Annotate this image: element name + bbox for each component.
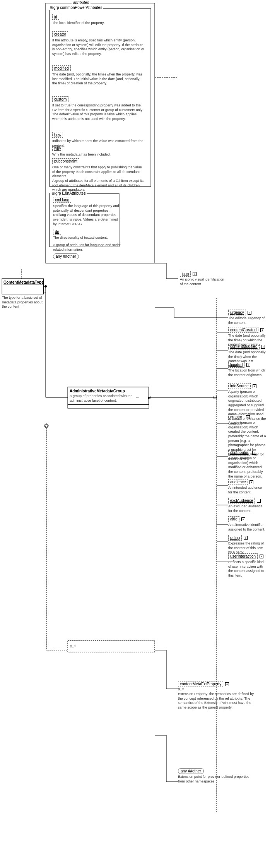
content-metadata-type-name: ContentMetadataType: [3, 280, 42, 284]
content-meta-ext-desc: Extension Property: the semantics are de…: [178, 692, 255, 710]
located-desc: The location from which the content orig…: [228, 368, 267, 377]
rating-plus-box: +: [244, 536, 248, 540]
any-other-bottom-element: any ##other Extension point for provider…: [178, 768, 255, 784]
any-other-bottom-box: any ##other: [178, 768, 204, 774]
icon-elem-box: icon: [180, 271, 191, 277]
excl-audience-plus-box: +: [257, 499, 261, 503]
any-other-attrs-box: any ##other: [53, 253, 79, 259]
audience-element: audience + An intended audience for the …: [228, 479, 267, 495]
id-desc: The local identifier of the property.: [52, 21, 104, 26]
custom-element: custom If set to true the corresponding …: [52, 96, 145, 122]
creator-common-desc: If the attribute is empty, specifies whi…: [52, 38, 145, 56]
creator-common-element: creator If the attribute is empty, speci…: [52, 31, 145, 56]
content-meta-ext-prop-element: contentMetaExtProperty + 0..∞ Extension …: [178, 681, 255, 710]
excl-audience-elem-box: exclAudience: [228, 498, 255, 503]
admin-metadata-group-desc: A group of properties associated with th…: [70, 394, 147, 403]
urgency-desc: The editorial urgency of the content.: [228, 316, 267, 325]
content-created-plus-box: +: [260, 328, 264, 332]
left-connector-dot: [45, 424, 48, 427]
user-interaction-elem-box: userInteraction: [228, 553, 258, 559]
contributor-element: contributor + A party (person or organis…: [228, 450, 267, 479]
why-elem-box: why: [52, 146, 63, 151]
content-metadata-type-box: ContentMetadataType: [2, 279, 44, 294]
xmllang-elem-box: xml:lang: [53, 197, 71, 203]
alt-id-elem-box: altId: [228, 516, 239, 522]
common-power-attributes-label: ⊞grp commonPowerAttributes: [48, 5, 103, 10]
why-element: why Why the metadata has been included.: [52, 145, 111, 157]
id-element: id The local identifier of the property.: [52, 14, 104, 26]
admin-right-arrow: ►: [147, 395, 151, 400]
pubconstraint-desc: One or many constraints that apply to pu…: [52, 165, 145, 179]
user-interaction-plus-box: +: [260, 555, 263, 558]
dir-elem-box: dir: [53, 229, 61, 235]
custom-elem-box: custom: [52, 96, 68, 102]
bottom-dashed-container: 0..∞: [68, 640, 155, 652]
audience-plus-box: +: [249, 480, 253, 484]
rating-element: rating + Expresses the rating of the con…: [228, 535, 267, 555]
creator-right-plus-box: +: [246, 415, 250, 419]
content-meta-ext-prop-elem-box: contentMetaExtProperty: [178, 681, 223, 687]
any-other-attrs: any ##other: [53, 253, 79, 259]
content-metadata-type-desc: The type for a basic set of metadata pro…: [2, 295, 44, 309]
icon-desc: An iconic visual identification of the c…: [180, 277, 226, 286]
urgency-elem-box: urgency: [228, 310, 246, 315]
icon-element: icon + An iconic visual identification o…: [180, 271, 226, 286]
user-interaction-desc: Reflects a specific kind of user interac…: [228, 560, 267, 578]
alt-id-element: altId + An alternative identifier assign…: [228, 516, 267, 532]
audience-desc: An intended audience for the content.: [228, 486, 267, 495]
content-meta-ext-plus-box: +: [225, 682, 229, 686]
common-group-desc: A group of attributes for all elements o…: [52, 178, 145, 192]
content-meta-ext-cardinality: 0..∞: [178, 687, 255, 691]
diagram: attributes ⊞grp commonPowerAttributes id…: [0, 0, 270, 868]
modified-element: modified The date (and, optionally, the …: [52, 65, 145, 86]
content-modified-elem-box: contentModified: [228, 344, 260, 349]
located-element: located + The location from which the co…: [228, 362, 267, 377]
creator-right-elem-box: creator: [228, 414, 244, 420]
excl-audience-desc: An excluded audience for the content.: [228, 504, 267, 513]
modified-elem-box: modified: [52, 65, 71, 71]
info-source-plus-box: +: [253, 384, 256, 388]
info-source-elem-box: infoSource: [228, 383, 251, 389]
content-modified-plus-box: +: [261, 345, 265, 349]
alt-id-desc: An alternative identifier assigned to th…: [228, 523, 267, 532]
xmllang-desc: Specifies the language of this property …: [53, 204, 121, 226]
located-elem-box: located: [228, 362, 244, 368]
dir-desc: The directionality of textual content.: [53, 236, 108, 240]
located-plus-box: +: [246, 363, 250, 367]
user-interaction-element: userInteraction + Reflects a specific ki…: [228, 553, 267, 578]
pubconstraint-elem-box: pubconstraint: [52, 158, 79, 164]
excl-audience-element: exclAudience + An excluded audience for …: [228, 498, 267, 513]
urgency-plus-box: +: [248, 311, 251, 315]
svg-point-33: [44, 285, 47, 288]
i18n-attributes-label: ⊞grp i18nAttributes: [50, 191, 87, 195]
contributor-desc: A party (person or organisation) which m…: [228, 456, 267, 479]
pubconstraint-element: pubconstraint One or many constraints th…: [52, 158, 145, 179]
why-desc: Why the metadata has been included.: [52, 152, 111, 157]
admin-metadata-group-name: AdministrativeMetadataGroup: [70, 389, 147, 393]
rating-elem-box: rating: [228, 535, 242, 541]
admin-dots: ···: [136, 395, 139, 400]
id-elem-box: id: [52, 14, 59, 20]
custom-desc: If set to true the corresponding propert…: [52, 103, 145, 122]
rating-desc: Expresses the rating of the content of t…: [228, 541, 267, 555]
i18n-group-desc: A group of attributes for language and s…: [53, 242, 121, 252]
attributes-label: attributes: [72, 0, 91, 5]
xmllang-element: xml:lang Specifies the language of this …: [53, 197, 121, 226]
icon-plus-box: +: [193, 272, 197, 276]
dir-element: dir The directionality of textual conten…: [53, 228, 108, 240]
any-other-bottom-desc: Extension point for provider-defined pro…: [178, 775, 255, 784]
contributor-plus-box: +: [252, 451, 256, 455]
alt-id-plus-box: +: [241, 517, 245, 521]
how-elem-box: how: [52, 132, 63, 138]
creator-common-elem-box: creator: [52, 31, 68, 37]
content-created-elem-box: contentCreated: [228, 327, 258, 333]
urgency-element: urgency + The editorial urgency of the c…: [228, 310, 267, 325]
modified-desc: The date (and, optionally, the time) whe…: [52, 72, 145, 86]
svg-point-30: [214, 396, 217, 399]
bottom-dashed-label: 0..∞: [70, 644, 76, 648]
audience-elem-box: audience: [228, 479, 248, 485]
contributor-elem-box: contributor: [228, 450, 250, 455]
